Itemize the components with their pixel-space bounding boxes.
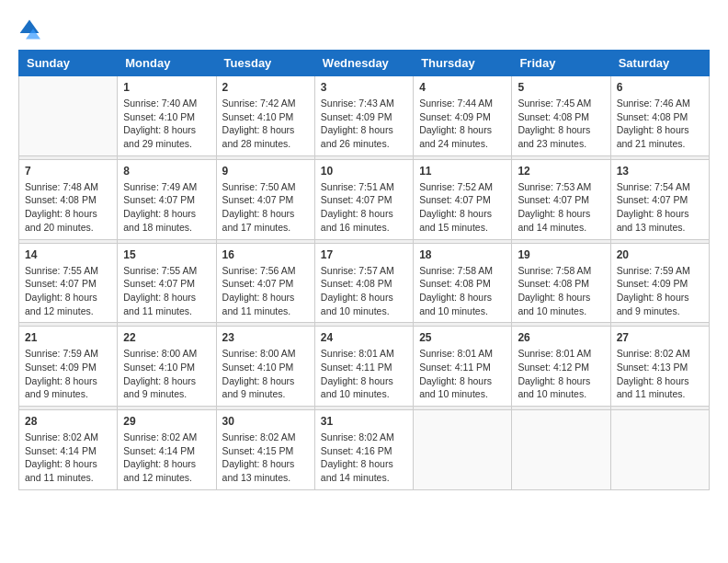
day-number: 8	[123, 165, 210, 178]
calendar-cell: 4Sunrise: 7:44 AM Sunset: 4:09 PM Daylig…	[414, 76, 512, 156]
calendar-cell: 23Sunrise: 8:00 AM Sunset: 4:10 PM Dayli…	[216, 327, 314, 407]
calendar-cell: 7Sunrise: 7:48 AM Sunset: 4:08 PM Daylig…	[19, 159, 118, 239]
day-info: Sunrise: 8:01 AM Sunset: 4:11 PM Dayligh…	[419, 347, 506, 401]
header-sunday: Sunday	[19, 51, 118, 76]
day-number: 30	[222, 415, 309, 428]
week-row-2: 7Sunrise: 7:48 AM Sunset: 4:08 PM Daylig…	[19, 159, 710, 239]
day-info: Sunrise: 7:51 AM Sunset: 4:07 PM Dayligh…	[321, 180, 407, 235]
header-saturday: Saturday	[610, 51, 709, 76]
calendar-cell: 12Sunrise: 7:53 AM Sunset: 4:07 PM Dayli…	[512, 159, 610, 239]
day-info: Sunrise: 7:55 AM Sunset: 4:07 PM Dayligh…	[123, 264, 210, 318]
week-row-4: 21Sunrise: 7:59 AM Sunset: 4:09 PM Dayli…	[19, 327, 710, 407]
calendar-cell	[414, 410, 512, 490]
header-thursday: Thursday	[414, 51, 512, 76]
day-number: 17	[321, 248, 407, 261]
calendar-cell: 30Sunrise: 8:02 AM Sunset: 4:15 PM Dayli…	[216, 410, 314, 490]
day-info: Sunrise: 7:42 AM Sunset: 4:10 PM Dayligh…	[222, 97, 309, 151]
day-info: Sunrise: 7:56 AM Sunset: 4:07 PM Dayligh…	[222, 264, 309, 318]
header-row: SundayMondayTuesdayWednesdayThursdayFrid…	[19, 51, 710, 76]
calendar-cell: 11Sunrise: 7:52 AM Sunset: 4:07 PM Dayli…	[414, 159, 512, 239]
day-info: Sunrise: 7:59 AM Sunset: 4:09 PM Dayligh…	[25, 347, 111, 401]
day-number: 6	[617, 81, 703, 94]
day-number: 20	[617, 248, 703, 261]
day-number: 27	[617, 331, 703, 344]
day-number: 2	[222, 81, 309, 94]
day-number: 18	[419, 248, 506, 261]
header-friday: Friday	[512, 51, 610, 76]
day-info: Sunrise: 8:02 AM Sunset: 4:14 PM Dayligh…	[123, 431, 210, 485]
day-info: Sunrise: 8:00 AM Sunset: 4:10 PM Dayligh…	[123, 347, 210, 401]
calendar-cell: 9Sunrise: 7:50 AM Sunset: 4:07 PM Daylig…	[216, 159, 314, 239]
calendar-cell: 13Sunrise: 7:54 AM Sunset: 4:07 PM Dayli…	[610, 159, 709, 239]
day-number: 25	[419, 331, 506, 344]
week-row-3: 14Sunrise: 7:55 AM Sunset: 4:07 PM Dayli…	[19, 243, 710, 323]
calendar-cell: 22Sunrise: 8:00 AM Sunset: 4:10 PM Dayli…	[118, 327, 216, 407]
week-row-5: 28Sunrise: 8:02 AM Sunset: 4:14 PM Dayli…	[19, 410, 710, 490]
calendar-cell	[610, 410, 709, 490]
page-header	[18, 18, 710, 40]
day-number: 10	[321, 165, 407, 178]
day-info: Sunrise: 8:01 AM Sunset: 4:11 PM Dayligh…	[321, 347, 407, 401]
day-number: 24	[321, 331, 407, 344]
calendar-cell: 19Sunrise: 7:58 AM Sunset: 4:08 PM Dayli…	[512, 243, 610, 323]
calendar-cell: 1Sunrise: 7:40 AM Sunset: 4:10 PM Daylig…	[118, 76, 216, 156]
calendar-cell: 2Sunrise: 7:42 AM Sunset: 4:10 PM Daylig…	[216, 76, 314, 156]
day-number: 5	[518, 81, 604, 94]
header-tuesday: Tuesday	[216, 51, 314, 76]
day-info: Sunrise: 7:57 AM Sunset: 4:08 PM Dayligh…	[321, 264, 407, 318]
day-info: Sunrise: 8:02 AM Sunset: 4:13 PM Dayligh…	[617, 347, 703, 401]
day-info: Sunrise: 7:48 AM Sunset: 4:08 PM Dayligh…	[25, 180, 111, 235]
day-number: 14	[25, 248, 111, 261]
calendar-cell: 10Sunrise: 7:51 AM Sunset: 4:07 PM Dayli…	[314, 159, 413, 239]
day-number: 29	[123, 415, 210, 428]
day-number: 23	[222, 331, 309, 344]
day-info: Sunrise: 7:55 AM Sunset: 4:07 PM Dayligh…	[25, 264, 111, 318]
day-number: 1	[123, 81, 210, 94]
day-info: Sunrise: 8:02 AM Sunset: 4:15 PM Dayligh…	[222, 431, 309, 485]
calendar-cell	[19, 76, 118, 156]
logo	[18, 18, 44, 40]
calendar-cell: 29Sunrise: 8:02 AM Sunset: 4:14 PM Dayli…	[118, 410, 216, 490]
day-info: Sunrise: 7:53 AM Sunset: 4:07 PM Dayligh…	[518, 180, 604, 235]
day-number: 26	[518, 331, 604, 344]
day-number: 11	[419, 165, 506, 178]
day-number: 31	[321, 415, 407, 428]
calendar-cell: 3Sunrise: 7:43 AM Sunset: 4:09 PM Daylig…	[314, 76, 413, 156]
day-number: 16	[222, 248, 309, 261]
day-info: Sunrise: 8:02 AM Sunset: 4:16 PM Dayligh…	[321, 431, 407, 485]
calendar-cell: 18Sunrise: 7:58 AM Sunset: 4:08 PM Dayli…	[414, 243, 512, 323]
calendar-cell: 27Sunrise: 8:02 AM Sunset: 4:13 PM Dayli…	[610, 327, 709, 407]
calendar-cell: 24Sunrise: 8:01 AM Sunset: 4:11 PM Dayli…	[314, 327, 413, 407]
day-info: Sunrise: 8:01 AM Sunset: 4:12 PM Dayligh…	[518, 347, 604, 401]
calendar-cell: 8Sunrise: 7:49 AM Sunset: 4:07 PM Daylig…	[118, 159, 216, 239]
calendar-cell: 5Sunrise: 7:45 AM Sunset: 4:08 PM Daylig…	[512, 76, 610, 156]
day-info: Sunrise: 7:52 AM Sunset: 4:07 PM Dayligh…	[419, 180, 506, 235]
day-number: 19	[518, 248, 604, 261]
day-number: 4	[419, 81, 506, 94]
logo-icon	[18, 18, 40, 40]
day-number: 9	[222, 165, 309, 178]
day-number: 22	[123, 331, 210, 344]
day-info: Sunrise: 7:46 AM Sunset: 4:08 PM Dayligh…	[617, 97, 703, 151]
week-row-1: 1Sunrise: 7:40 AM Sunset: 4:10 PM Daylig…	[19, 76, 710, 156]
calendar-cell: 25Sunrise: 8:01 AM Sunset: 4:11 PM Dayli…	[414, 327, 512, 407]
day-number: 21	[25, 331, 111, 344]
day-info: Sunrise: 7:50 AM Sunset: 4:07 PM Dayligh…	[222, 180, 309, 235]
day-info: Sunrise: 7:44 AM Sunset: 4:09 PM Dayligh…	[419, 97, 506, 151]
calendar-cell: 31Sunrise: 8:02 AM Sunset: 4:16 PM Dayli…	[314, 410, 413, 490]
day-number: 28	[25, 415, 111, 428]
calendar-cell: 14Sunrise: 7:55 AM Sunset: 4:07 PM Dayli…	[19, 243, 118, 323]
day-info: Sunrise: 7:45 AM Sunset: 4:08 PM Dayligh…	[518, 97, 604, 151]
calendar-cell: 28Sunrise: 8:02 AM Sunset: 4:14 PM Dayli…	[19, 410, 118, 490]
day-number: 15	[123, 248, 210, 261]
calendar-cell: 26Sunrise: 8:01 AM Sunset: 4:12 PM Dayli…	[512, 327, 610, 407]
header-wednesday: Wednesday	[314, 51, 413, 76]
day-info: Sunrise: 8:00 AM Sunset: 4:10 PM Dayligh…	[222, 347, 309, 401]
calendar-cell: 15Sunrise: 7:55 AM Sunset: 4:07 PM Dayli…	[118, 243, 216, 323]
calendar-cell: 20Sunrise: 7:59 AM Sunset: 4:09 PM Dayli…	[610, 243, 709, 323]
day-number: 7	[25, 165, 111, 178]
day-info: Sunrise: 7:40 AM Sunset: 4:10 PM Dayligh…	[123, 97, 210, 151]
svg-marker-0	[20, 20, 40, 33]
day-info: Sunrise: 7:58 AM Sunset: 4:08 PM Dayligh…	[518, 264, 604, 318]
day-info: Sunrise: 7:43 AM Sunset: 4:09 PM Dayligh…	[321, 97, 407, 151]
